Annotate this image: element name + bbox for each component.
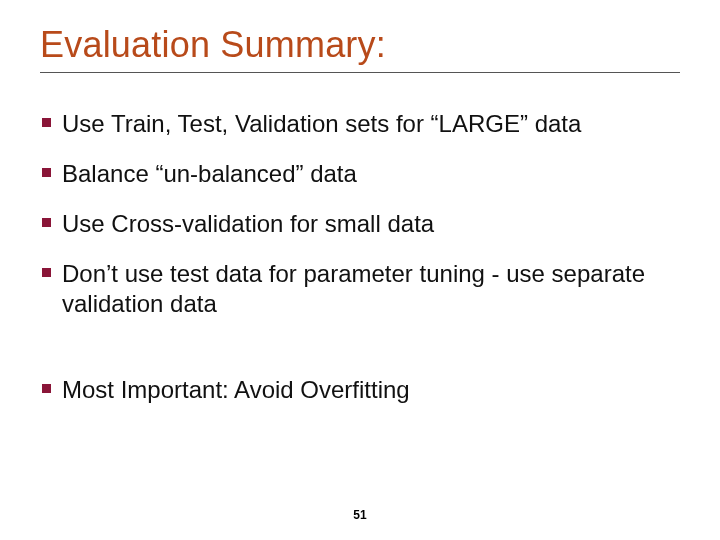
bullet-item: Balance “un-balanced” data: [40, 159, 680, 189]
slide-title: Evaluation Summary:: [40, 24, 680, 66]
bullet-gap: [40, 339, 680, 375]
bullet-list: Use Train, Test, Validation sets for “LA…: [40, 109, 680, 319]
bullet-item: Don’t use test data for parameter tuning…: [40, 259, 680, 319]
slide: Evaluation Summary: Use Train, Test, Val…: [0, 0, 720, 540]
title-underline: [40, 72, 680, 73]
bullet-item: Use Train, Test, Validation sets for “LA…: [40, 109, 680, 139]
bullet-list-emphasis: Most Important: Avoid Overfitting: [40, 375, 680, 405]
page-number: 51: [0, 508, 720, 522]
bullet-item-emphasis: Most Important: Avoid Overfitting: [40, 375, 680, 405]
bullet-item: Use Cross-validation for small data: [40, 209, 680, 239]
